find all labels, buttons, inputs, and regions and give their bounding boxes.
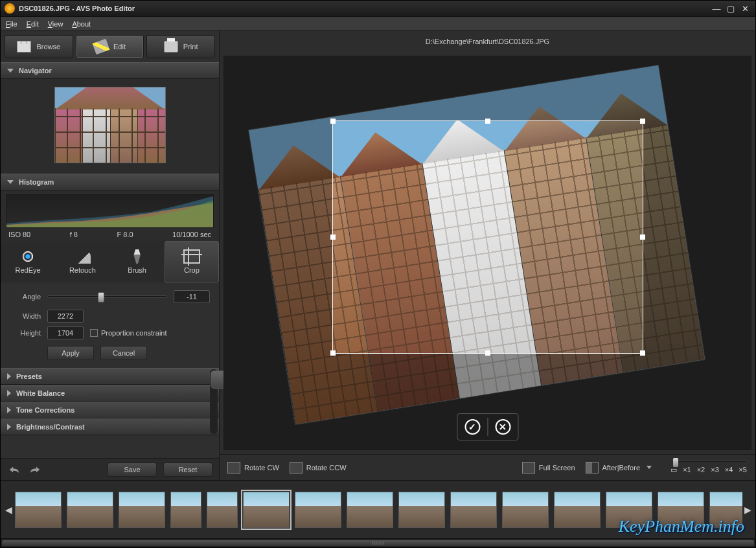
thumbnail[interactable] [502,492,549,528]
zoom-x4[interactable]: ×4 [725,466,733,474]
crop-handle-tr[interactable] [640,119,645,124]
thumbnail[interactable] [347,492,393,528]
panel-whitebalance-header[interactable]: White Balance [1,385,219,402]
angle-value[interactable]: -11 [174,290,210,303]
mode-edit[interactable]: Edit [76,35,144,58]
confirm-crop-button[interactable]: ✓ [460,417,485,437]
divider [487,418,488,436]
redo-button[interactable] [28,464,42,475]
thumbnail[interactable] [207,492,238,528]
chevron-right-icon [7,407,11,413]
strip-prev-button[interactable]: ◀ [3,492,14,528]
thumbnail[interactable] [658,492,704,528]
panel-brightness-title: Brightness/Contrast [16,423,85,431]
cancel-button[interactable]: Cancel [100,346,147,360]
window-controls: — ▢ ✕ [710,3,751,14]
bottom-scroll-thumb[interactable] [2,540,754,546]
reset-button[interactable]: Reset [163,462,212,477]
thumbnail[interactable] [398,492,445,528]
eye-icon [19,249,36,264]
menu-edit[interactable]: Edit [27,20,39,28]
crop-handle-br[interactable] [640,350,645,356]
crop-handle-mr[interactable] [640,234,645,240]
apply-button[interactable]: Apply [47,346,94,360]
menu-file[interactable]: File [6,20,17,28]
sidebar-scrollbar[interactable] [210,369,218,434]
zoom-x2[interactable]: ×2 [697,466,705,474]
rotate-cw-button[interactable]: Rotate CW [227,462,279,474]
histo-iso: ISO 80 [8,231,30,238]
image-viewport[interactable]: ✓ ✕ [223,56,751,450]
undo-button[interactable] [7,464,21,475]
tool-redeye[interactable]: RedEye [1,241,55,282]
thumbnail[interactable] [295,492,341,528]
fullscreen-button[interactable]: Full Screen [522,462,575,474]
menu-bar: File Edit View About [1,17,755,31]
tool-crop[interactable]: Crop [165,241,219,282]
thumbnail[interactable] [67,492,113,528]
folder-icon [17,41,31,52]
histogram-meta: ISO 80 f 8 F 8.0 10/1000 sec [6,231,214,238]
crop-handle-bm[interactable] [485,350,490,356]
tool-brush-label: Brush [128,266,146,274]
panel-whitebalance-title: White Balance [16,389,65,397]
menu-view[interactable]: View [48,20,63,28]
zoom-x5[interactable]: ×5 [739,466,747,474]
mode-print[interactable]: Print [146,35,215,58]
tool-retouch[interactable]: Retouch [55,241,109,282]
mode-browse[interactable]: Browse [5,35,73,58]
thumbnail[interactable] [709,492,742,528]
chevron-down-icon [7,69,14,73]
width-label: Width [10,312,41,320]
thumbnail[interactable] [15,492,62,528]
printer-icon [164,41,178,52]
crop-handle-tl[interactable] [330,119,336,124]
thumbnail[interactable] [119,492,165,528]
proportion-checkbox[interactable] [90,329,98,337]
app-icon [5,3,15,14]
width-value[interactable]: 2272 [47,310,84,323]
viewport-toolbar: Rotate CW Rotate CCW Full Screen After|B… [220,454,755,480]
angle-slider[interactable] [47,295,167,298]
crop-handle-tm[interactable] [485,119,490,124]
maximize-button[interactable]: ▢ [724,3,737,14]
thumbnail[interactable] [243,492,290,528]
thumbnail[interactable] [606,492,652,528]
panel-tonecorrections-header[interactable]: Tone Corrections [1,402,219,418]
thumbnail[interactable] [554,492,601,528]
navigator-thumbnail[interactable] [54,87,166,163]
close-button[interactable]: ✕ [739,3,751,14]
panel-brightness-header[interactable]: Brightness/Contrast [1,418,219,435]
zoom-slider[interactable] [670,461,748,463]
crop-handle-bl[interactable] [330,350,336,356]
strip-next-button[interactable]: ▶ [742,492,753,528]
zoom-x1[interactable]: ×1 [683,466,691,474]
crop-handle-ml[interactable] [330,234,336,240]
rotate-ccw-icon [290,462,303,474]
rotate-ccw-button[interactable]: Rotate CCW [290,462,347,474]
chevron-right-icon [7,390,11,396]
zoom-x3[interactable]: ×3 [711,466,719,474]
panel-navigator-header[interactable]: Navigator [1,62,219,79]
panel-histogram-header[interactable]: Histogram [1,174,219,190]
height-value[interactable]: 1704 [47,326,84,339]
brush-icon [129,249,146,264]
cancel-crop-button[interactable]: ✕ [490,417,515,437]
angle-slider-thumb[interactable] [98,292,104,303]
minimize-button[interactable]: — [710,3,723,14]
panel-presets-header[interactable]: Presets [1,368,219,385]
bottom-scrollbar[interactable] [1,538,755,547]
panel-tone-title: Tone Corrections [16,406,74,414]
crop-frame[interactable] [332,120,643,354]
tool-brush[interactable]: Brush [110,241,165,282]
thumbnail-list [14,489,742,531]
save-button[interactable]: Save [108,462,157,477]
thumbnail[interactable] [450,492,497,528]
menu-about[interactable]: About [72,20,91,28]
thumbnail[interactable] [170,492,201,528]
panel-navigator-title: Navigator [19,67,52,74]
check-icon: ✓ [464,419,480,435]
after-before-toggle[interactable]: After|Before [586,462,652,474]
tool-crop-label: Crop [184,266,200,274]
zoom-slider-thumb[interactable] [673,458,678,467]
